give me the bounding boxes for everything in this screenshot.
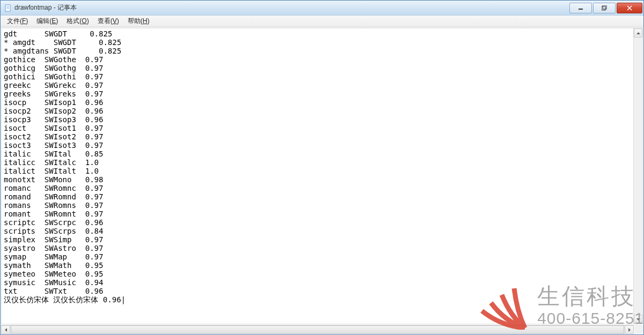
text-line[interactable]: isoct2 SWIsot2 0.97 bbox=[4, 132, 103, 141]
text-line[interactable]: scripts SWScrps 0.84 bbox=[4, 227, 103, 235]
text-line[interactable]: romanc SWRomnc 0.97 bbox=[4, 184, 103, 192]
chevron-left-icon bbox=[5, 328, 7, 332]
window-title: drawfontmap - 记事本 bbox=[14, 3, 568, 12]
svg-marker-12 bbox=[628, 328, 631, 332]
text-line[interactable]: syastro SWAstro 0.97 bbox=[4, 244, 103, 252]
svg-rect-5 bbox=[602, 6, 605, 10]
text-line[interactable]: isocp2 SWIsop2 0.96 bbox=[4, 107, 103, 115]
text-line[interactable]: scriptc SWScrpc 0.96 bbox=[4, 218, 103, 227]
scroll-down-button[interactable] bbox=[634, 315, 642, 324]
text-line[interactable]: 汉仪长仿宋体 汉仪长仿宋体 0.96 bbox=[4, 295, 126, 304]
menu-file[interactable]: 文件(F) bbox=[3, 16, 32, 27]
text-line[interactable]: italict SWItalt 1.0 bbox=[4, 167, 99, 175]
close-button[interactable] bbox=[617, 3, 642, 13]
close-icon bbox=[627, 5, 632, 11]
menu-view[interactable]: 查看(V) bbox=[93, 16, 123, 27]
text-line[interactable]: isocp3 SWIsop3 0.96 bbox=[4, 115, 103, 124]
text-line[interactable]: italicc SWItalc 1.0 bbox=[4, 158, 99, 167]
text-line[interactable]: txt SWTxt 0.96 bbox=[4, 287, 103, 295]
titlebar[interactable]: drawfontmap - 记事本 bbox=[1, 1, 643, 16]
text-line[interactable]: romans SWRomns 0.97 bbox=[4, 201, 103, 210]
menu-format[interactable]: 格式(O) bbox=[62, 16, 93, 27]
text-line[interactable]: gothice SWGothe 0.97 bbox=[4, 55, 103, 64]
chevron-down-icon bbox=[636, 318, 640, 321]
scrollbar-thumb[interactable] bbox=[11, 325, 624, 334]
text-line[interactable]: * amgdt SWGDT 0.825 bbox=[4, 38, 121, 47]
text-line[interactable]: symeteo SWMeteo 0.95 bbox=[4, 270, 103, 278]
text-line[interactable]: romant SWRomnt 0.97 bbox=[4, 210, 103, 218]
bottom-scroll-wrap bbox=[1, 325, 643, 334]
minimize-button[interactable] bbox=[569, 3, 592, 13]
scrollbar-corner bbox=[634, 325, 643, 334]
text-line[interactable]: gdt SWGDT 0.825 bbox=[4, 29, 112, 38]
text-line[interactable]: gothici SWGothi 0.97 bbox=[4, 72, 103, 81]
text-line[interactable]: symap SWMap 0.97 bbox=[4, 252, 103, 261]
text-line[interactable]: isoct SWIsot1 0.97 bbox=[4, 124, 103, 132]
menu-edit[interactable]: 编辑(E) bbox=[32, 16, 62, 27]
svg-marker-10 bbox=[636, 318, 640, 321]
maximize-icon bbox=[602, 5, 607, 11]
svg-marker-11 bbox=[5, 328, 7, 332]
menubar: 文件(F) 编辑(E) 格式(O) 查看(V) 帮助(H) bbox=[1, 16, 643, 27]
scrollbar-track[interactable] bbox=[634, 38, 642, 315]
text-line[interactable]: greekc SWGrekc 0.97 bbox=[4, 81, 103, 90]
scroll-left-button[interactable] bbox=[1, 325, 10, 334]
text-line[interactable]: * amgdtans SWGDT 0.825 bbox=[4, 47, 121, 55]
text-line[interactable]: isocp SWIsop1 0.96 bbox=[4, 98, 103, 107]
chevron-up-icon bbox=[636, 32, 640, 34]
window-controls bbox=[568, 3, 642, 13]
text-line[interactable]: simplex SWSimp 0.97 bbox=[4, 235, 103, 244]
text-line[interactable]: italic SWItal 0.85 bbox=[4, 150, 103, 158]
horizontal-scrollbar[interactable] bbox=[1, 325, 634, 334]
content-area: gdt SWGDT 0.825 * amgdt SWGDT 0.825 * am… bbox=[1, 28, 643, 324]
minimize-icon bbox=[578, 5, 583, 11]
text-line[interactable]: symath SWMath 0.95 bbox=[4, 261, 103, 270]
svg-marker-9 bbox=[636, 32, 640, 34]
text-line[interactable]: monotxt SWMono 0.98 bbox=[4, 175, 103, 184]
notepad-icon bbox=[4, 4, 12, 12]
notepad-window: drawfontmap - 记事本 文件(F) 编辑(E) 格式(O) 查看(V… bbox=[0, 0, 644, 335]
maximize-button[interactable] bbox=[593, 3, 616, 13]
menu-help[interactable]: 帮助(H) bbox=[123, 16, 154, 27]
text-line[interactable]: romand SWRomnd 0.97 bbox=[4, 192, 103, 201]
chevron-right-icon bbox=[628, 328, 631, 332]
text-line[interactable]: symusic SWMusic 0.94 bbox=[4, 278, 103, 287]
vertical-scrollbar[interactable] bbox=[633, 28, 642, 324]
svg-rect-6 bbox=[603, 5, 606, 9]
text-line[interactable]: isoct3 SWIsot3 0.97 bbox=[4, 141, 103, 150]
svg-rect-0 bbox=[5, 5, 10, 11]
text-editor[interactable]: gdt SWGDT 0.825 * amgdt SWGDT 0.825 * am… bbox=[2, 28, 633, 324]
text-line[interactable]: gothicg SWGothg 0.97 bbox=[4, 64, 103, 72]
scroll-right-button[interactable] bbox=[625, 325, 634, 334]
text-line[interactable]: greeks SWGreks 0.97 bbox=[4, 90, 103, 98]
scroll-up-button[interactable] bbox=[634, 28, 642, 38]
